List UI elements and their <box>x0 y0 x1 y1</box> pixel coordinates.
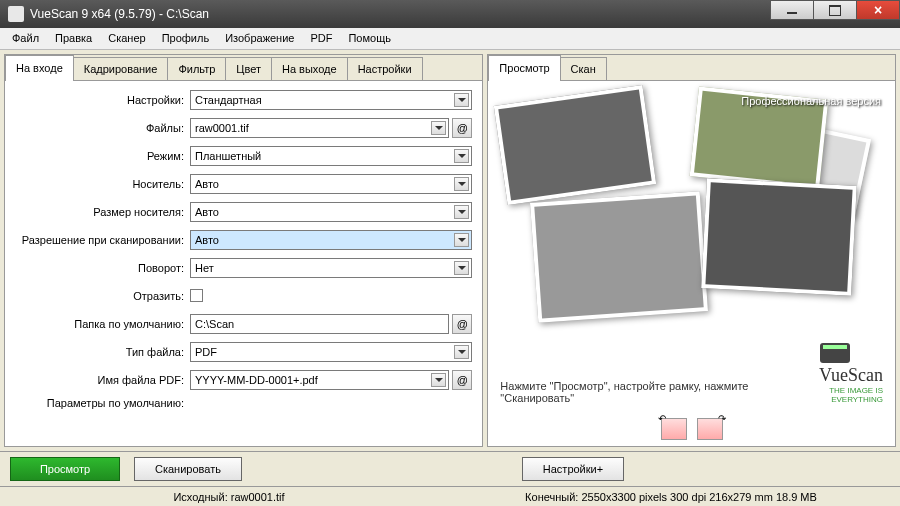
tab-color[interactable]: Цвет <box>225 57 272 80</box>
folder-label: Папка по умолчанию: <box>15 318 190 330</box>
files-label: Файлы: <box>15 122 190 134</box>
rotate-right-button[interactable] <box>697 418 723 440</box>
app-icon <box>8 6 24 22</box>
status-dest: Конечный: 2550x3300 pixels 300 dpi 216x2… <box>450 491 892 503</box>
files-combo[interactable]: raw0001.tif <box>190 118 449 138</box>
menu-help[interactable]: Помощь <box>342 30 397 46</box>
rotate-left-button[interactable] <box>661 418 687 440</box>
files-at-button[interactable]: @ <box>452 118 472 138</box>
mode-label: Режим: <box>15 150 190 162</box>
pdfname-combo[interactable]: YYYY-MM-DD-0001+.pdf <box>190 370 449 390</box>
rotate-combo[interactable]: Нет <box>190 258 472 278</box>
menu-file[interactable]: Файл <box>6 30 45 46</box>
titlebar[interactable]: VueScan 9 x64 (9.5.79) - C:\Scan × <box>0 0 900 28</box>
resolution-label: Разрешение при сканировании: <box>15 234 190 246</box>
chevron-down-icon[interactable] <box>454 261 469 275</box>
vuescan-logo: VueScan THE IMAGE IS EVERYTHING <box>788 343 883 404</box>
pdfname-at-button[interactable]: @ <box>452 370 472 390</box>
chevron-down-icon[interactable] <box>431 373 446 387</box>
filetype-combo[interactable]: PDF <box>190 342 472 362</box>
preview-hint: Нажмите "Просмотр", настройте рамку, наж… <box>500 380 787 404</box>
minimize-button[interactable] <box>770 0 814 20</box>
sample-photo <box>530 191 708 323</box>
chevron-down-icon[interactable] <box>454 93 469 107</box>
tab-filter[interactable]: Фильтр <box>167 57 226 80</box>
right-tabs: Просмотр Скан <box>488 55 895 81</box>
window-title: VueScan 9 x64 (9.5.79) - C:\Scan <box>30 7 771 21</box>
form-area: Настройки:Стандартная Файлы:raw0001.tif@… <box>5 81 482 446</box>
mirror-label: Отразить: <box>15 290 190 302</box>
menu-pdf[interactable]: PDF <box>304 30 338 46</box>
chevron-down-icon[interactable] <box>454 205 469 219</box>
content-area: На входе Кадрирование Фильтр Цвет На вых… <box>0 50 900 451</box>
folder-input[interactable]: C:\Scan <box>190 314 449 334</box>
resolution-combo[interactable]: Авто <box>190 230 472 250</box>
button-bar: Просмотр Сканировать Настройки+ <box>0 451 900 487</box>
rotate-thumbs <box>661 418 723 440</box>
left-panel: На входе Кадрирование Фильтр Цвет На вых… <box>4 54 483 447</box>
preview-area: Профессиональная версия Нажмите "Просмот… <box>488 81 895 446</box>
settings-label: Настройки: <box>15 94 190 106</box>
chevron-down-icon[interactable] <box>454 149 469 163</box>
settings-combo[interactable]: Стандартная <box>190 90 472 110</box>
menubar: Файл Правка Сканер Профиль Изображение P… <box>0 28 900 50</box>
mediasize-label: Размер носителя: <box>15 206 190 218</box>
tab-prefs[interactable]: Настройки <box>347 57 423 80</box>
scanner-icon <box>820 343 850 363</box>
mediasize-combo[interactable]: Авто <box>190 202 472 222</box>
mode-combo[interactable]: Планшетный <box>190 146 472 166</box>
left-tabs: На входе Кадрирование Фильтр Цвет На вых… <box>5 55 482 81</box>
close-button[interactable]: × <box>856 0 900 20</box>
pdfname-label: Имя файла PDF: <box>15 374 190 386</box>
chevron-down-icon[interactable] <box>454 177 469 191</box>
tab-scan[interactable]: Скан <box>560 57 607 80</box>
chevron-down-icon[interactable] <box>431 121 446 135</box>
scan-button[interactable]: Сканировать <box>134 457 242 481</box>
menu-image[interactable]: Изображение <box>219 30 300 46</box>
status-source: Исходный: raw0001.tif <box>8 491 450 503</box>
menu-edit[interactable]: Правка <box>49 30 98 46</box>
menu-scanner[interactable]: Сканер <box>102 30 151 46</box>
filetype-label: Тип файла: <box>15 346 190 358</box>
chevron-down-icon[interactable] <box>454 233 469 247</box>
maximize-button[interactable] <box>813 0 857 20</box>
version-text: Профессиональная версия <box>741 95 881 107</box>
chevron-down-icon[interactable] <box>454 345 469 359</box>
folder-at-button[interactable]: @ <box>452 314 472 334</box>
tab-output[interactable]: На выходе <box>271 57 348 80</box>
menu-profile[interactable]: Профиль <box>156 30 216 46</box>
tab-preview[interactable]: Просмотр <box>488 55 560 80</box>
sample-photo <box>494 85 656 205</box>
right-panel: Просмотр Скан Профессиональная версия На… <box>487 54 896 447</box>
sample-photo <box>702 178 858 296</box>
window-controls: × <box>771 0 900 28</box>
defaults-label: Параметры по умолчанию: <box>15 397 190 409</box>
app-window: VueScan 9 x64 (9.5.79) - C:\Scan × Файл … <box>0 0 900 506</box>
preview-hint-row: Нажмите "Просмотр", настройте рамку, наж… <box>494 343 889 404</box>
status-bar: Исходный: raw0001.tif Конечный: 2550x330… <box>0 486 900 506</box>
preview-button[interactable]: Просмотр <box>10 457 120 481</box>
preview-collage: Профессиональная версия <box>494 87 889 337</box>
tab-crop[interactable]: Кадрирование <box>73 57 169 80</box>
mirror-checkbox[interactable] <box>190 289 203 302</box>
tab-input[interactable]: На входе <box>5 55 74 80</box>
media-label: Носитель: <box>15 178 190 190</box>
media-combo[interactable]: Авто <box>190 174 472 194</box>
rotate-label: Поворот: <box>15 262 190 274</box>
settings-button[interactable]: Настройки+ <box>522 457 624 481</box>
